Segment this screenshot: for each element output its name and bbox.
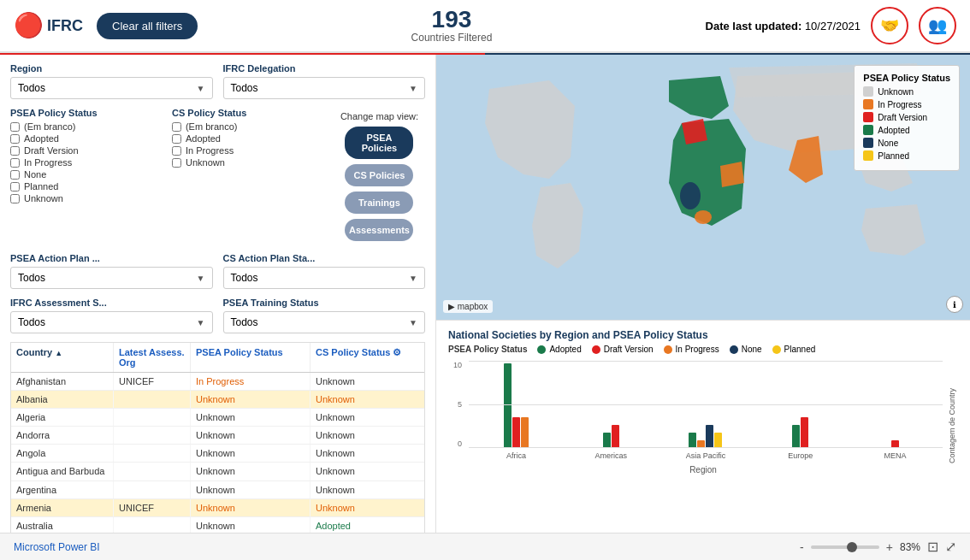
bar-europe-draft [801,417,808,448]
psea-option-none[interactable]: None [10,169,162,180]
table-row: Angola Unknown Unknown [11,445,424,463]
psea-option-planned[interactable]: Planned [10,181,162,192]
psea-option-draft[interactable]: Draft Version [10,145,162,156]
region-arrow: ▼ [197,84,205,93]
legend-item-none: None [863,138,950,148]
region-select[interactable]: Todos ▼ [10,77,213,99]
bar-group-americas [564,425,659,448]
ifrc-assessment-select[interactable]: Todos ▼ [10,311,213,333]
psea-training-filter: PSEA Training Status Todos ▼ [223,298,426,333]
legend-color-planned [863,150,873,161]
chart-title: National Societies by Region and PSEA Po… [448,329,958,341]
psea-option-adopted[interactable]: Adopted [10,133,162,144]
delegation-select[interactable]: Todos ▼ [223,77,426,99]
region-filter: Region Todos ▼ [10,63,213,99]
cs-policy-label: CS Policy Status [172,108,323,118]
header: 🔴 IFRC Clear all filters 193 Countries F… [0,0,970,53]
cs-policies-btn[interactable]: CS Policies [345,164,413,186]
table-row: Afghanistan UNICEF In Progress Unknown [11,373,424,391]
assessments-btn[interactable]: Assessments [345,219,413,241]
psea-policies-btn[interactable]: PSEA Policies [345,127,413,159]
map-info-button[interactable]: ℹ [946,296,963,313]
label-draft: Draft Version [604,345,654,354]
cs-option-in-progress[interactable]: In Progress [172,145,323,156]
col-psea[interactable]: PSEA Policy Status [191,343,311,372]
table-row: Algeria Unknown Unknown [11,409,424,427]
legend-item-in-progress: In Progress [863,99,950,109]
psea-action-label: PSEA Action Plan ... [10,253,213,263]
header-count-section: 193 Countries Filtered [411,8,493,44]
clear-all-filters-button[interactable]: Clear all filters [97,13,198,39]
dot-none [730,345,738,354]
legend-title: PSEA Policy Status [863,73,950,83]
psea-option-em-branco[interactable]: (Em branco) [10,121,162,132]
legend-label-unknown: Unknown [878,87,914,97]
legend-item-adopted: Adopted [863,125,950,135]
content-area: Region Todos ▼ IFRC Delegation Todos ▼ [0,55,970,533]
people-icon: 👥 [919,7,956,44]
psea-option-in-progress[interactable]: In Progress [10,157,162,168]
left-panel: Region Todos ▼ IFRC Delegation Todos ▼ [0,55,436,533]
sort-arrow-country: ▲ [55,349,62,357]
bar-africa-adopted [504,363,512,448]
right-panel: PSEA Policy Status Unknown In Progress D… [436,55,970,533]
countries-sub: Countries Filtered [411,32,493,44]
col-cs[interactable]: CS Policy Status ⚙ [311,343,413,372]
zoom-thumb [847,542,857,552]
bar-asia-adopted [689,433,696,448]
dot-draft [592,345,600,354]
cs-action-select[interactable]: Todos ▼ [223,267,426,289]
x-label-americas: Americas [564,451,659,460]
handshake-icon: 🤝 [871,7,908,44]
cs-option-adopted[interactable]: Adopted [172,133,323,144]
table-header: Country ▲ Latest Assess. Org PSEA Policy… [11,343,424,373]
table-row: Australia Unknown Adopted [11,517,424,533]
logo-text: IFRC [47,17,83,35]
footer: Microsoft Power BI - + 83% ⊡ ⤢ [0,533,970,560]
cs-option-em-branco[interactable]: (Em branco) [172,121,323,132]
filter-row-region: Region Todos ▼ IFRC Delegation Todos ▼ [10,63,425,99]
psea-training-label: PSEA Training Status [223,298,426,308]
dot-in-progress [664,345,672,354]
legend-color-adopted [863,125,873,135]
zoom-slider[interactable] [811,545,879,549]
map-view-label: Change map view: [340,111,418,121]
cs-option-unknown[interactable]: Unknown [172,157,323,168]
trainings-btn[interactable]: Trainings [345,192,413,214]
x-labels: Africa Americas Asia Pacific Europe MENA [469,448,943,463]
psea-policy-col: PSEA Policy Status (Em branco) Adopted D… [10,108,162,245]
legend-color-in-progress [863,99,873,109]
psea-option-unknown[interactable]: Unknown [10,193,162,203]
filter-row-assessment: IFRC Assessment S... Todos ▼ PSEA Traini… [10,298,425,333]
legend-adopted: Adopted [537,345,581,354]
legend-item-planned: Planned [863,150,950,161]
ifrc-logo-cross: 🔴 [14,14,44,38]
table-row: Armenia UNICEF Unknown Unknown [11,499,424,517]
policy-section: PSEA Policy Status (Em branco) Adopted D… [10,108,425,245]
psea-training-select[interactable]: Todos ▼ [223,311,426,333]
table-row: Andorra Unknown Unknown [11,427,424,445]
zoom-in-button[interactable]: + [886,540,893,554]
bar-asia-none [706,425,713,448]
bar-americas-draft [612,425,619,448]
chart-area: National Societies by Region and PSEA Po… [436,320,970,533]
chart-body: Africa Americas Asia Pacific Europe MENA [469,361,943,463]
bar-chart: 10 5 0 [448,361,958,463]
bar-asia-in-progress [697,440,705,448]
label-in-progress: In Progress [676,345,719,354]
fullscreen-icon[interactable]: ⤢ [945,539,956,555]
psea-action-select[interactable]: Todos ▼ [10,267,213,289]
x-label-europe: Europe [753,451,848,460]
fit-screen-icon[interactable]: ⊡ [927,539,938,555]
bar-group-europe [753,417,848,448]
power-bi-link[interactable]: Microsoft Power BI [14,541,100,553]
legend-label-none: None [878,139,898,148]
legend-planned: Planned [772,345,816,354]
col-country: Country ▲ [11,343,114,372]
bar-europe-adopted [792,425,800,448]
ifrc-assessment-filter: IFRC Assessment S... Todos ▼ [10,298,213,333]
header-right: Date last updated: 10/27/2021 🤝 👥 [706,7,956,44]
col-org[interactable]: Latest Assess. Org [114,343,191,372]
footer-right: - + 83% ⊡ ⤢ [800,539,956,555]
zoom-out-button[interactable]: - [800,540,804,554]
